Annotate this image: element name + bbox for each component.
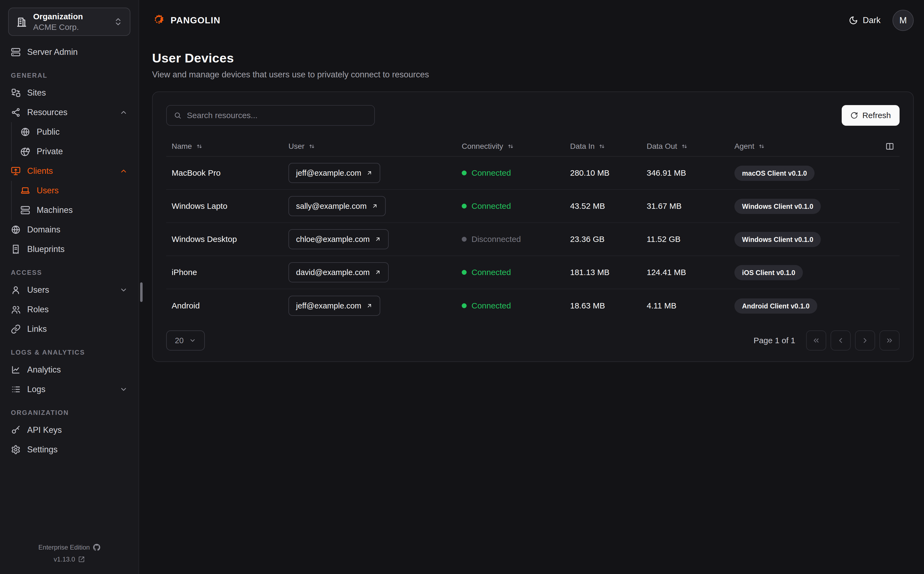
refresh-icon <box>850 112 858 119</box>
sidebar-item-label: API Keys <box>27 425 62 435</box>
avatar[interactable]: M <box>892 10 914 31</box>
connectivity-status: Connected <box>462 301 570 311</box>
status-dot <box>462 237 467 242</box>
sidebar-item-label: Analytics <box>27 365 61 375</box>
user-link-button[interactable]: chloe@example.com <box>289 229 389 249</box>
sidebar-item-machines[interactable]: Machines <box>12 200 130 220</box>
sidebar-item-settings[interactable]: Settings <box>8 440 130 459</box>
page-size-select[interactable]: 20 <box>166 330 205 350</box>
user-icon <box>11 285 20 295</box>
column-header-agent[interactable]: Agent <box>735 142 877 151</box>
sidebar-item-label: Server Admin <box>27 47 78 57</box>
external-link-icon[interactable] <box>78 556 85 563</box>
sidebar-item-api-keys[interactable]: API Keys <box>8 420 130 440</box>
table-row: MacBook Pro jeff@example.com Connected 2… <box>166 157 900 190</box>
sidebar-item-public[interactable]: Public <box>12 122 130 142</box>
section-label-organization: ORGANIZATION <box>11 409 128 416</box>
last-page-button[interactable] <box>880 330 900 350</box>
section-label-access: ACCESS <box>11 269 128 276</box>
first-page-button[interactable] <box>806 330 826 350</box>
sidebar-item-logs[interactable]: Logs <box>8 380 130 399</box>
pagination: 20 Page 1 of 1 <box>166 330 900 350</box>
data-out: 11.52 GB <box>647 235 735 244</box>
status-dot <box>462 170 467 175</box>
sort-icon <box>681 143 688 150</box>
column-header-name[interactable]: Name <box>172 142 289 151</box>
status-dot <box>462 203 467 208</box>
sidebar-item-sites[interactable]: Sites <box>8 83 130 102</box>
sidebar-item-links[interactable]: Links <box>8 319 130 339</box>
resources-icon <box>11 107 20 117</box>
laptop-icon <box>20 186 30 196</box>
theme-toggle[interactable]: Dark <box>849 16 881 25</box>
table-row: iPhone david@example.com Connected 181.1… <box>166 256 900 289</box>
chart-icon <box>11 365 20 375</box>
table-header-row: Name User Connectivity Data In Data Out <box>166 137 900 157</box>
sidebar-item-resources[interactable]: Resources <box>8 102 130 122</box>
data-in: 18.63 MB <box>570 301 647 311</box>
connectivity-status: Disconnected <box>462 235 570 244</box>
user-link-button[interactable]: david@example.com <box>289 262 389 282</box>
org-selector[interactable]: Organization ACME Corp. <box>8 8 130 36</box>
sidebar-item-label: Machines <box>37 205 73 215</box>
github-icon[interactable] <box>93 544 100 551</box>
sidebar-item-users[interactable]: Users <box>8 280 130 300</box>
table-row: Windows Lapto sally@example.com Connecte… <box>166 190 900 223</box>
refresh-button[interactable]: Refresh <box>842 105 900 126</box>
sidebar-item-server-admin[interactable]: Server Admin <box>8 43 130 62</box>
resources-children: Public Private <box>11 122 130 161</box>
sidebar-scrollbar-thumb[interactable] <box>140 282 143 302</box>
link-icon <box>11 324 20 334</box>
sidebar-item-domains[interactable]: Domains <box>8 220 130 240</box>
device-name: Android <box>172 301 289 311</box>
sites-icon <box>11 88 20 98</box>
sidebar-item-label: Sites <box>27 88 46 98</box>
user-link-button[interactable]: jeff@example.com <box>289 296 380 316</box>
user-link-button[interactable]: sally@example.com <box>289 196 386 216</box>
sidebar-item-roles[interactable]: Roles <box>8 300 130 319</box>
columns-icon[interactable] <box>885 142 894 151</box>
sidebar-footer: Enterprise Edition v1.13.0 <box>0 544 139 563</box>
column-header-data-out[interactable]: Data Out <box>647 142 735 151</box>
data-in: 23.36 GB <box>570 235 647 244</box>
main-content: PANGOLIN Dark M User Devices View and ma… <box>139 0 924 574</box>
column-header-data-in[interactable]: Data In <box>570 142 647 151</box>
search-input[interactable] <box>187 111 367 120</box>
sidebar-item-label: Roles <box>27 304 49 314</box>
data-out: 31.67 MB <box>647 202 735 211</box>
next-page-button[interactable] <box>855 330 875 350</box>
chevron-down-icon <box>189 337 196 344</box>
page-head: User Devices View and manage devices tha… <box>152 50 914 80</box>
chevron-down-icon <box>120 286 128 294</box>
key-icon <box>11 425 20 435</box>
sidebar-item-label: Links <box>27 324 47 334</box>
sidebar-item-users-devices[interactable]: Users <box>12 181 130 200</box>
table-row: Windows Desktop chloe@example.com Discon… <box>166 223 900 256</box>
column-header-connectivity[interactable]: Connectivity <box>462 142 570 151</box>
sidebar-item-private[interactable]: Private <box>12 142 130 161</box>
brand-name: PANGOLIN <box>170 15 221 25</box>
sort-icon <box>196 143 203 150</box>
data-in: 181.13 MB <box>570 268 647 277</box>
sidebar-item-label: Users <box>27 285 49 295</box>
sidebar-item-label: Logs <box>27 385 45 394</box>
data-in: 280.10 MB <box>570 168 647 178</box>
sidebar: Organization ACME Corp. Server Admin GEN… <box>0 0 139 574</box>
sidebar-item-analytics[interactable]: Analytics <box>8 360 130 380</box>
connectivity-status: Connected <box>462 168 570 178</box>
sidebar-item-blueprints[interactable]: Blueprints <box>8 240 130 259</box>
user-link-button[interactable]: jeff@example.com <box>289 163 380 183</box>
globe-lock-icon <box>20 147 30 156</box>
brand[interactable]: PANGOLIN <box>152 14 221 27</box>
sidebar-item-clients[interactable]: Clients <box>8 161 130 181</box>
globe-icon <box>11 225 20 235</box>
previous-page-button[interactable] <box>831 330 851 350</box>
arrow-up-right-icon <box>372 203 378 209</box>
agent-badge: iOS Client v0.1.0 <box>735 265 803 280</box>
sidebar-nav: Server Admin GENERAL Sites Resources P <box>0 43 139 544</box>
theme-label: Dark <box>863 16 881 25</box>
globe-icon <box>20 127 30 137</box>
sort-icon <box>308 143 315 150</box>
devices-table: Name User Connectivity Data In Data Out <box>166 137 900 322</box>
column-header-user[interactable]: User <box>289 142 462 151</box>
